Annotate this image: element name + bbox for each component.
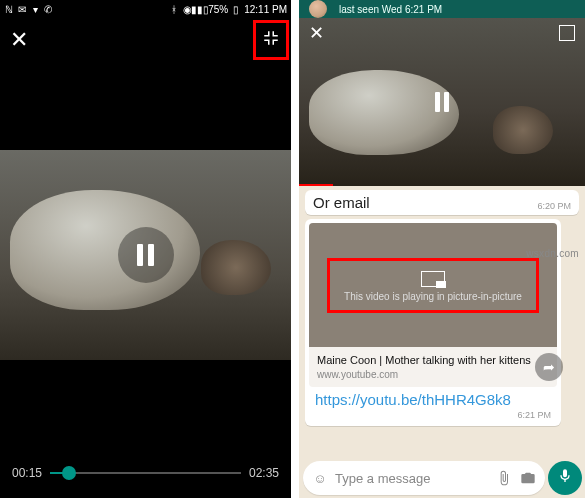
battery-percentage: 75% [208,4,228,15]
pause-button[interactable] [118,227,174,283]
bluetooth-icon: ᚼ [169,4,179,14]
exit-fullscreen-icon[interactable] [262,31,280,51]
status-clock: 12:11 PM [244,4,287,15]
video-progress-bar: 00:15 02:35 [0,466,291,480]
last-seen-text: last seen Wed 6:21 PM [339,4,442,15]
microphone-icon [557,468,573,488]
seek-track[interactable] [50,472,241,474]
avatar[interactable] [309,0,327,18]
camera-icon[interactable] [519,469,537,487]
message-input-bar: ☺ Type a message [303,461,545,495]
video-viewport[interactable] [0,150,291,360]
total-duration: 02:35 [249,466,279,480]
message-timestamp: 6:21 PM [517,410,551,420]
preview-title: Maine Coon | Mother talking with her kit… [317,354,531,366]
highlight-box-pip-notice: This video is playing in picture-in-pict… [327,258,539,313]
signal-icon: ▾ [30,4,40,14]
link-preview-card[interactable]: This video is playing in picture-in-pict… [309,223,557,387]
message-link-text[interactable]: https://youtu.be/thHHR4G8k8 [309,387,557,410]
message-timestamp: 6:20 PM [537,201,571,211]
forward-button[interactable]: ➦ [535,353,563,381]
fullscreen-icon[interactable] [559,25,575,41]
incoming-message-bubble[interactable]: Or email 6:20 PM [305,190,579,215]
close-icon[interactable]: ✕ [309,22,324,44]
attachment-icon[interactable] [495,469,513,487]
incoming-link-message-bubble[interactable]: This video is playing in picture-in-pict… [305,219,561,426]
left-phone-video-player: ℕ ✉ ▾ ✆ ᚼ ◉ ▮▮▯ 75% ▯ 12:11 PM ✕ [0,0,291,498]
chat-scroll-area[interactable]: Or email 6:20 PM This video is playing i… [299,186,585,498]
picture-in-picture-icon [421,271,445,287]
chat-header[interactable]: last seen Wed 6:21 PM [299,0,585,18]
video-top-bar: ✕ [0,18,291,62]
highlight-box-minimize [253,20,289,60]
pause-button[interactable] [435,92,449,112]
mail-icon: ✉ [17,4,27,14]
preview-domain: www.youtube.com [317,368,549,381]
close-icon[interactable]: ✕ [10,27,28,53]
elapsed-time: 00:15 [12,466,42,480]
pip-video-player[interactable]: ✕ [299,18,585,186]
message-text: Or email [313,194,370,211]
android-status-bar: ℕ ✉ ▾ ✆ ᚼ ◉ ▮▮▯ 75% ▯ 12:11 PM [0,0,291,18]
voice-message-button[interactable] [548,461,582,495]
pip-notice-text: This video is playing in picture-in-pict… [344,291,522,302]
cell-signal-icon: ▮▮▯ [195,4,205,14]
seek-thumb-icon[interactable] [62,466,76,480]
battery-icon: ▯ [231,4,241,14]
message-input[interactable]: Type a message [335,471,489,486]
forward-arrow-icon: ➦ [543,359,555,375]
preview-thumbnail: This video is playing in picture-in-pict… [309,223,557,347]
phone-icon: ✆ [43,4,53,14]
emoji-icon[interactable]: ☺ [311,469,329,487]
watermark: wsxdn.com [526,248,579,259]
pause-icon [137,244,154,266]
nfc-icon: ℕ [4,4,14,14]
